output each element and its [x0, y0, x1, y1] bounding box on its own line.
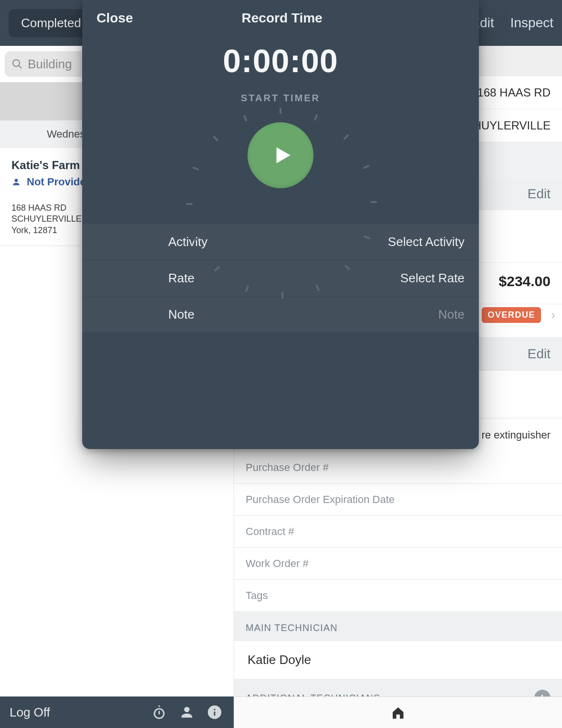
edit-section-button-1[interactable]: Edit [528, 186, 551, 202]
chevron-right-icon: › [551, 308, 555, 322]
note-label: Note [168, 307, 195, 322]
balance-amount: $234.00 [499, 273, 551, 289]
home-icon[interactable] [391, 706, 405, 720]
start-timer-label: START TIMER [241, 93, 320, 104]
rate-value: Select Rate [195, 271, 465, 286]
overdue-badge: OVERDUE [482, 307, 541, 323]
contract-field[interactable]: Contract # [234, 516, 562, 548]
svg-point-0 [13, 60, 20, 66]
start-timer-button[interactable] [248, 122, 313, 188]
timer-readout: 0:00:00 [223, 42, 338, 79]
modal-title: Record Time [99, 11, 465, 26]
info-icon[interactable] [205, 703, 224, 722]
play-icon [270, 142, 294, 168]
activity-row[interactable]: Activity Select Activity [82, 224, 479, 260]
edit-section-button-2[interactable]: Edit [528, 346, 551, 362]
tags-field[interactable]: Tags [234, 580, 562, 612]
purchase-order-field[interactable]: Purchase Order # [234, 452, 562, 484]
svg-line-1 [19, 66, 22, 69]
activity-value: Select Activity [207, 235, 465, 249]
person-icon [11, 177, 21, 187]
inspect-button[interactable]: Inspect [510, 15, 553, 31]
search-placeholder: Building [28, 57, 72, 72]
stopwatch-icon[interactable] [150, 703, 169, 722]
rate-label: Rate [168, 271, 195, 286]
note-placeholder: Note [195, 307, 465, 322]
log-off-button[interactable]: Log Off [10, 705, 50, 720]
work-order-field[interactable]: Work Order # [234, 548, 562, 580]
po-expiration-field[interactable]: Purchase Order Expiration Date [234, 484, 562, 516]
user-icon[interactable] [177, 703, 196, 722]
record-time-modal: Close Record Time 0:00:00 START TIMER Ac… [82, 0, 479, 449]
note-row[interactable]: Note Note [82, 297, 479, 333]
main-technician-header: MAIN TECHNICIAN [246, 622, 337, 633]
right-footer-bar [234, 696, 562, 728]
timer-dial [233, 107, 328, 203]
completed-filter-pill[interactable]: Completed [9, 9, 94, 37]
left-footer-bar: Log Off [0, 696, 234, 728]
activity-label: Activity [168, 235, 207, 249]
rate-row[interactable]: Rate Select Rate [82, 260, 479, 297]
search-icon [11, 58, 23, 70]
main-technician-value[interactable]: Katie Doyle [234, 641, 562, 679]
